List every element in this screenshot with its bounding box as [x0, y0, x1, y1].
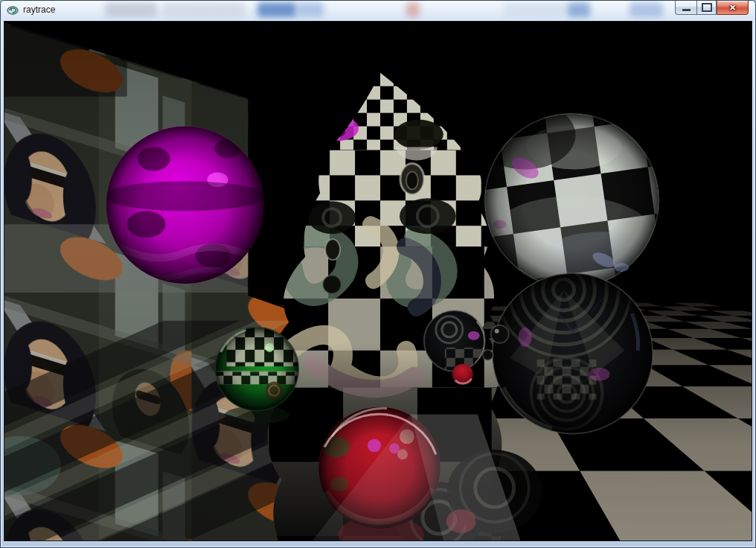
- glut-app-icon: [7, 4, 19, 16]
- titlebar-glass-blur: [630, 2, 663, 17]
- minimize-button[interactable]: [675, 1, 696, 15]
- maximize-icon: [702, 3, 712, 12]
- titlebar-glass-blur: [568, 2, 590, 17]
- titlebar-glass-blur: [257, 2, 296, 17]
- titlebar-glass-blur: [163, 2, 245, 17]
- titlebar-glass-blur: [297, 2, 324, 17]
- close-icon: ✕: [729, 1, 736, 14]
- app-window: raytrace ✕: [0, 0, 756, 548]
- titlebar-glass-blur: [406, 2, 420, 17]
- maximize-button[interactable]: [696, 1, 717, 15]
- window-controls: ✕: [675, 1, 749, 15]
- titlebar-glass-blur: [504, 2, 566, 17]
- titlebar[interactable]: raytrace ✕: [1, 1, 755, 20]
- minimize-icon: [682, 9, 691, 11]
- close-button[interactable]: ✕: [717, 1, 749, 15]
- window-title: raytrace: [23, 4, 55, 15]
- titlebar-glass-blur: [105, 2, 157, 17]
- render-viewport[interactable]: [4, 21, 752, 541]
- screenshot-stage: raytrace ✕: [0, 0, 756, 548]
